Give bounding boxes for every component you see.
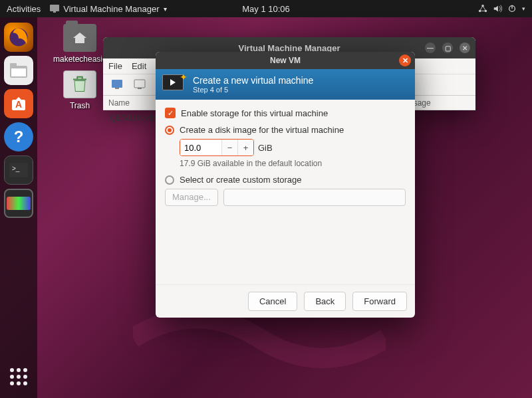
dock-terminal[interactable]: >_ — [4, 155, 33, 185]
trash-icon — [63, 70, 96, 98]
power-icon — [507, 4, 517, 13]
new-vm-icon: ✦ — [162, 74, 186, 94]
dialog-title: New VM — [270, 56, 301, 65]
system-menu[interactable]: ▾ — [478, 4, 525, 13]
dock-software[interactable]: A — [4, 89, 33, 118]
create-disk-label: Create a disk image for the virtual mach… — [180, 125, 344, 135]
apps-grid-icon — [10, 368, 27, 385]
disk-size-spinner[interactable]: − + — [180, 139, 254, 156]
forward-button[interactable]: Forward — [352, 292, 407, 311]
spinner-plus-button[interactable]: + — [237, 140, 253, 155]
enable-storage-label: Enable storage for this virtual machine — [181, 108, 328, 118]
checkbox-checked-icon[interactable]: ✓ — [165, 108, 176, 118]
custom-storage-row[interactable]: Select or create custom storage — [165, 175, 406, 185]
svg-rect-9 — [10, 63, 17, 67]
app-menu-label: Virtual Machine Manager — [63, 4, 159, 14]
folder-icon — [63, 24, 96, 52]
back-button[interactable]: Back — [304, 292, 346, 311]
dialog-header: ✦ Create a new virtual machine Step 4 of… — [156, 69, 415, 100]
available-space-hint: 17.9 GiB available in the default locati… — [180, 159, 406, 168]
desktop-trash[interactable]: Trash — [53, 70, 106, 110]
dialog-header-title: Create a new virtual machine — [193, 75, 313, 86]
vmm-small-icon — [50, 5, 59, 13]
dock-files[interactable] — [4, 56, 33, 85]
terminal-icon: >_ — [9, 163, 28, 177]
custom-storage-label: Select or create custom storage — [180, 175, 302, 185]
svg-rect-15 — [112, 80, 122, 88]
desktop-folder-label: maketecheasier — [53, 54, 106, 64]
radio-unchecked-icon[interactable] — [165, 175, 174, 185]
network-icon — [478, 4, 487, 13]
dock-vmm[interactable] — [4, 189, 33, 218]
activities-button[interactable]: Activities — [7, 4, 41, 14]
help-icon: ? — [14, 128, 24, 146]
dialog-close-button[interactable]: ✕ — [399, 54, 411, 66]
menu-file[interactable]: File — [108, 61, 122, 71]
close-button[interactable]: ✕ — [460, 43, 470, 53]
volume-icon — [493, 4, 502, 13]
software-icon: A — [9, 94, 28, 113]
dock-firefox[interactable] — [4, 23, 33, 52]
dialog-body: ✓ Enable storage for this virtual machin… — [156, 100, 415, 284]
enable-storage-row[interactable]: ✓ Enable storage for this virtual machin… — [165, 108, 406, 118]
svg-text:A: A — [15, 99, 22, 110]
svg-rect-1 — [53, 11, 56, 13]
menu-edit[interactable]: Edit — [132, 61, 146, 71]
svg-rect-10 — [11, 68, 26, 76]
chevron-down-icon: ▾ — [164, 5, 167, 13]
svg-rect-17 — [134, 80, 145, 88]
manage-storage-button: Manage... — [165, 189, 218, 206]
clock[interactable]: May 1 10:06 — [242, 4, 290, 14]
dialog-titlebar[interactable]: New VM ✕ — [156, 52, 415, 69]
dialog-footer: Cancel Back Forward — [156, 284, 415, 318]
new-vm-button[interactable] — [108, 77, 127, 93]
create-disk-row[interactable]: Create a disk image for the virtual mach… — [165, 125, 406, 135]
disk-size-input[interactable] — [180, 140, 221, 155]
dock: A ? >_ — [0, 17, 37, 398]
cancel-button[interactable]: Cancel — [248, 292, 297, 311]
svg-text:>_: >_ — [12, 165, 20, 172]
svg-rect-0 — [50, 5, 59, 11]
top-panel: Activities Virtual Machine Manager ▾ May… — [0, 0, 532, 17]
size-unit-label: GiB — [258, 143, 273, 153]
maximize-button[interactable]: ▢ — [442, 43, 453, 53]
col-usage[interactable]: usage — [409, 96, 475, 110]
desktop-trash-label: Trash — [53, 101, 106, 110]
files-icon — [9, 62, 29, 79]
vmm-icon — [7, 197, 31, 210]
firefox-icon — [7, 26, 30, 49]
chevron-down-icon: ▾ — [522, 5, 525, 12]
svg-rect-18 — [138, 88, 142, 89]
minimize-button[interactable]: — — [425, 43, 436, 53]
open-vm-button[interactable] — [131, 77, 150, 93]
home-icon — [73, 33, 86, 43]
dock-help[interactable]: ? — [4, 122, 33, 151]
radio-checked-icon[interactable] — [165, 126, 174, 135]
app-menu[interactable]: Virtual Machine Manager ▾ — [50, 4, 166, 14]
spinner-minus-button[interactable]: − — [221, 140, 237, 155]
desktop-folder[interactable]: maketecheasier — [53, 24, 106, 64]
dialog-step: Step 4 of 5 — [193, 86, 313, 94]
disk-size-row: − + GiB — [180, 139, 406, 156]
svg-rect-16 — [115, 88, 119, 89]
storage-path-input — [223, 189, 406, 206]
dock-show-apps[interactable] — [4, 362, 33, 391]
new-vm-dialog: New VM ✕ ✦ Create a new virtual machine … — [156, 52, 415, 318]
